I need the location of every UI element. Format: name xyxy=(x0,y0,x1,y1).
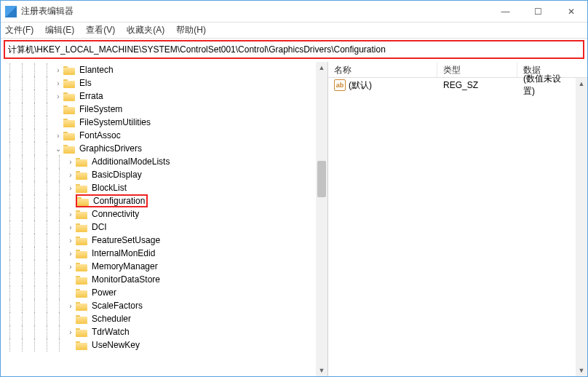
chevron-right-icon[interactable]: › xyxy=(65,170,76,180)
tree-item[interactable]: FileSystemUtilities xyxy=(4,116,316,129)
tree-item[interactable]: ›Els xyxy=(4,76,316,90)
tree-item-label: Connectivity xyxy=(90,209,140,219)
string-value-icon: ab xyxy=(334,79,346,91)
tree-item[interactable]: ⌄GraphicsDrivers xyxy=(4,142,316,155)
tree-item[interactable]: ›FeatureSetUsage xyxy=(4,234,316,247)
folder-icon xyxy=(76,327,87,337)
value-scrollbar[interactable]: ▲ ▼ xyxy=(576,78,587,376)
tree-item[interactable]: ›AdditionalModeLists xyxy=(4,155,316,168)
app-icon xyxy=(5,6,17,17)
value-type: REG_SZ xyxy=(437,80,517,90)
tree-item[interactable]: Power xyxy=(4,286,316,299)
chevron-right-icon[interactable]: › xyxy=(65,222,76,232)
window-title: 注册表编辑器 xyxy=(21,5,74,17)
tree-scrollbar[interactable]: ▲ ▼ xyxy=(316,62,327,376)
tree-item-label: Els xyxy=(78,78,93,88)
tree-item-label: GraphicsDrivers xyxy=(78,143,143,154)
value-data: (数值未设置) xyxy=(517,73,576,98)
chevron-right-icon[interactable]: › xyxy=(65,209,76,219)
chevron-right-icon[interactable]: › xyxy=(53,65,63,75)
maximize-button[interactable]: ☐ xyxy=(522,1,555,23)
menu-view[interactable]: 查看(V) xyxy=(86,24,115,36)
tree-item[interactable]: ›BlockList xyxy=(4,181,316,194)
chevron-down-icon[interactable]: ⌄ xyxy=(53,143,63,154)
tree-item[interactable]: ›InternalMonEdid xyxy=(4,247,316,260)
chevron-right-icon[interactable]: › xyxy=(65,183,76,193)
chevron-right-icon[interactable]: › xyxy=(65,261,76,271)
folder-icon xyxy=(76,222,87,232)
tree-item-label: FeatureSetUsage xyxy=(90,235,162,245)
tree-view[interactable]: ›Elantech›Els›ErrataFileSystemFileSystem… xyxy=(1,62,316,376)
folder-icon xyxy=(63,104,75,114)
chevron-right-icon[interactable]: › xyxy=(53,78,63,88)
tree-item-label: MemoryManager xyxy=(90,261,159,271)
folder-icon xyxy=(76,183,87,193)
tree-item[interactable]: ›DCI xyxy=(4,221,316,234)
menu-help[interactable]: 帮助(H) xyxy=(176,24,206,36)
col-name[interactable]: 名称 xyxy=(328,62,437,77)
address-input[interactable] xyxy=(8,44,580,55)
scroll-thumb[interactable] xyxy=(317,161,326,197)
chevron-right-icon[interactable]: › xyxy=(53,130,63,140)
tree-item-label: FontAssoc xyxy=(78,130,122,140)
tree-item-label: Configuration xyxy=(92,196,146,206)
menu-file[interactable]: 文件(F) xyxy=(5,24,33,36)
chevron-right-icon[interactable]: › xyxy=(65,327,76,337)
tree-item[interactable]: ›Connectivity xyxy=(4,207,316,221)
tree-item[interactable]: Scheduler xyxy=(4,312,316,325)
chevron-right-icon[interactable]: › xyxy=(65,156,76,167)
menu-edit[interactable]: 编辑(E) xyxy=(45,24,74,36)
chevron-right-icon[interactable]: › xyxy=(53,91,63,101)
tree-item[interactable]: ›ScaleFactors xyxy=(4,299,316,312)
folder-icon xyxy=(63,130,75,140)
tree-item-label: ScaleFactors xyxy=(90,301,144,311)
tree-item-label: Scheduler xyxy=(90,314,132,324)
tree-item-label: Errata xyxy=(78,91,105,101)
col-type[interactable]: 类型 xyxy=(437,62,517,77)
titlebar: 注册表编辑器 — ☐ ✕ xyxy=(1,1,587,23)
scroll-down-icon[interactable]: ▼ xyxy=(316,365,327,376)
tree-item[interactable]: ›Errata xyxy=(4,90,316,103)
tree-item[interactable]: ›Elantech xyxy=(4,63,316,76)
scroll-up-icon[interactable]: ▲ xyxy=(316,62,327,74)
folder-icon xyxy=(76,261,87,271)
tree-item[interactable]: MonitorDataStore xyxy=(4,273,316,286)
window: 注册表编辑器 — ☐ ✕ 文件(F) 编辑(E) 查看(V) 收藏夹(A) 帮助… xyxy=(0,0,588,377)
tree-item-label: BlockList xyxy=(90,183,128,193)
folder-icon xyxy=(76,235,87,245)
close-button[interactable]: ✕ xyxy=(555,1,587,23)
scroll-up-icon[interactable]: ▲ xyxy=(576,78,587,90)
address-bar xyxy=(4,40,584,59)
menubar: 文件(F) 编辑(E) 查看(V) 收藏夹(A) 帮助(H) xyxy=(1,23,587,39)
menu-favorites[interactable]: 收藏夹(A) xyxy=(127,24,164,36)
tree-item[interactable]: ›FontAssoc xyxy=(4,129,316,142)
value-list[interactable]: ab(默认)REG_SZ(数值未设置) xyxy=(328,78,576,376)
folder-icon xyxy=(63,117,75,127)
tree-item[interactable]: ›TdrWatch xyxy=(4,325,316,338)
folder-icon xyxy=(76,156,87,167)
tree-item-label: TdrWatch xyxy=(90,327,131,337)
tree-pane: ›Elantech›Els›ErrataFileSystemFileSystem… xyxy=(1,62,328,376)
chevron-right-icon[interactable]: › xyxy=(65,248,76,258)
value-pane: 名称 类型 数据 ab(默认)REG_SZ(数值未设置) ▲ ▼ xyxy=(328,62,587,376)
tree-item[interactable]: UseNewKey xyxy=(4,338,316,352)
value-row[interactable]: ab(默认)REG_SZ(数值未设置) xyxy=(328,78,576,92)
folder-icon xyxy=(76,248,87,258)
tree-item[interactable]: FileSystem xyxy=(4,103,316,116)
chevron-right-icon[interactable]: › xyxy=(65,301,76,311)
folder-icon xyxy=(76,314,87,324)
tree-item[interactable]: ›MemoryManager xyxy=(4,260,316,273)
folder-icon xyxy=(63,65,75,75)
content-area: ›Elantech›Els›ErrataFileSystemFileSystem… xyxy=(1,62,587,376)
tree-item[interactable]: ›BasicDisplay xyxy=(4,168,316,181)
tree-item-label: MonitorDataStore xyxy=(90,274,162,285)
chevron-right-icon[interactable]: › xyxy=(65,235,76,245)
folder-icon xyxy=(63,143,75,154)
tree-item-label: UseNewKey xyxy=(90,340,141,350)
folder-icon xyxy=(77,196,89,206)
tree-item-label: Elantech xyxy=(78,65,115,75)
scroll-down-icon[interactable]: ▼ xyxy=(576,365,587,376)
minimize-button[interactable]: — xyxy=(489,1,522,23)
tree-item-label: InternalMonEdid xyxy=(90,248,156,258)
tree-item[interactable]: Configuration xyxy=(4,194,316,207)
